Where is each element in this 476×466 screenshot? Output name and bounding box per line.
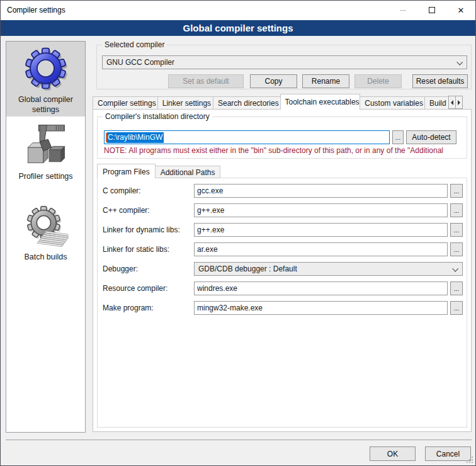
- bin-subdirectory-note: NOTE: All programs must exist either in …: [104, 146, 465, 155]
- settings-tab-bar: Compiler settings Linker settings Search…: [93, 94, 448, 110]
- gear-stack-icon: [23, 204, 69, 251]
- close-button[interactable]: ✕: [446, 1, 475, 20]
- ok-button[interactable]: OK: [370, 446, 416, 461]
- compiler-select[interactable]: GNU GCC Compiler: [102, 55, 467, 69]
- field-label: Debugger:: [103, 264, 138, 273]
- tab-scroll-buttons: [448, 96, 462, 109]
- subtab-additional-paths[interactable]: Additional Paths: [155, 166, 221, 178]
- field-label: C++ compiler:: [103, 206, 150, 215]
- delete-button: Delete: [354, 74, 402, 88]
- field-label: Resource compiler:: [103, 284, 167, 293]
- maximize-button[interactable]: [417, 1, 446, 20]
- sidebar-item-label: Global compiler settings: [6, 94, 85, 115]
- browse-button[interactable]: ...: [450, 223, 463, 237]
- group-label: Selected compiler: [102, 40, 167, 49]
- toolchain-executables-page: Compiler's installation directory C:\ray…: [93, 109, 472, 432]
- field-row: Make program: ...: [98, 301, 467, 316]
- group-label: Compiler's installation directory: [103, 112, 212, 121]
- installation-directory-input[interactable]: C:\raylib\MinGW: [104, 130, 390, 144]
- tab-build-options[interactable]: Build: [424, 96, 448, 110]
- minimize-button[interactable]: [388, 1, 417, 20]
- settings-sidebar: Global compiler settings Profiler settin…: [6, 41, 86, 433]
- minimize-icon: [400, 10, 406, 11]
- browse-button[interactable]: ...: [450, 281, 463, 295]
- tab-search-directories[interactable]: Search directories: [213, 96, 281, 110]
- close-icon: ✕: [458, 6, 465, 14]
- resize-grip-dots: [472, 462, 473, 463]
- field-row: C compiler: ...: [98, 184, 467, 199]
- field-label: Make program:: [103, 304, 154, 312]
- rename-button[interactable]: Rename: [302, 74, 349, 88]
- cancel-button[interactable]: Cancel: [425, 446, 471, 461]
- field-row: C++ compiler: ...: [98, 203, 467, 219]
- browse-directory-button[interactable]: ...: [392, 130, 404, 144]
- sidebar-item-profiler-settings[interactable]: Profiler settings: [6, 120, 85, 187]
- copy-button[interactable]: Copy: [250, 74, 297, 88]
- page-title: Global compiler settings: [1, 20, 475, 36]
- chevron-down-icon: [456, 59, 463, 65]
- tab-toolchain-executables[interactable]: Toolchain executables: [280, 94, 361, 110]
- sidebar-item-label: Profiler settings: [14, 171, 76, 182]
- tab-scroll-right-button[interactable]: [455, 96, 463, 109]
- field-row: Linker for static libs: ...: [98, 242, 467, 258]
- make-program-input[interactable]: [194, 301, 448, 315]
- field-row: Debugger: GDB/CDB debugger : Default: [98, 262, 467, 277]
- sidebar-item-label: Batch builds: [20, 251, 71, 263]
- field-label: C compiler:: [103, 186, 141, 195]
- field-label: Linker for dynamic libs:: [103, 225, 180, 234]
- resize-grip[interactable]: [467, 457, 473, 463]
- chevron-down-icon: [452, 266, 458, 272]
- cpp-compiler-input[interactable]: [194, 203, 448, 217]
- window-title: Compiler settings: [7, 1, 65, 20]
- selected-text: C:\raylib\MinGW: [107, 132, 164, 143]
- browse-button[interactable]: ...: [450, 203, 463, 217]
- arrow-right-icon: [458, 100, 460, 105]
- browse-button[interactable]: ...: [450, 242, 463, 256]
- browse-button[interactable]: ...: [450, 301, 463, 315]
- tab-compiler-settings[interactable]: Compiler settings: [93, 96, 158, 110]
- footer-separator: [6, 440, 472, 440]
- tab-custom-variables[interactable]: Custom variables: [360, 96, 425, 110]
- c-compiler-input[interactable]: [194, 184, 448, 198]
- gear-blue-icon: [22, 45, 69, 94]
- static-linker-input[interactable]: [194, 242, 448, 256]
- calipers-icon: [22, 122, 69, 171]
- sidebar-item-batch-builds[interactable]: Batch builds: [6, 203, 85, 266]
- installation-directory-group: Compiler's installation directory C:\ray…: [97, 116, 467, 159]
- resource-compiler-input[interactable]: [194, 281, 448, 295]
- debugger-select[interactable]: GDB/CDB debugger : Default: [194, 262, 463, 276]
- field-row: Linker for dynamic libs: ...: [98, 223, 467, 238]
- sidebar-item-global-compiler-settings[interactable]: Global compiler settings: [6, 42, 85, 116]
- compiler-select-value: GNU GCC Compiler: [106, 58, 174, 67]
- program-files-tab-bar: Program Files Additional Paths: [97, 164, 220, 178]
- auto-detect-button[interactable]: Auto-detect: [406, 130, 456, 144]
- debugger-select-value: GDB/CDB debugger : Default: [198, 264, 297, 273]
- dynamic-linker-input[interactable]: [194, 223, 448, 237]
- field-row: Resource compiler: ...: [98, 281, 467, 297]
- arrow-left-icon: [451, 100, 453, 105]
- maximize-icon: [429, 7, 435, 13]
- browse-button[interactable]: ...: [450, 184, 463, 198]
- reset-defaults-button[interactable]: Reset defaults: [412, 74, 468, 88]
- program-files-page: C compiler: ... C++ compiler: ... Linker…: [97, 178, 467, 428]
- set-as-default-button: Set as default: [168, 74, 244, 88]
- titlebar: Compiler settings ✕: [1, 1, 475, 20]
- selected-compiler-group: Selected compiler GNU GCC Compiler Set a…: [96, 45, 472, 89]
- tab-linker-settings[interactable]: Linker settings: [157, 96, 213, 110]
- subtab-program-files[interactable]: Program Files: [97, 164, 156, 178]
- compiler-settings-window: Compiler settings ✕ Global compiler sett…: [0, 0, 476, 466]
- field-label: Linker for static libs:: [103, 245, 169, 254]
